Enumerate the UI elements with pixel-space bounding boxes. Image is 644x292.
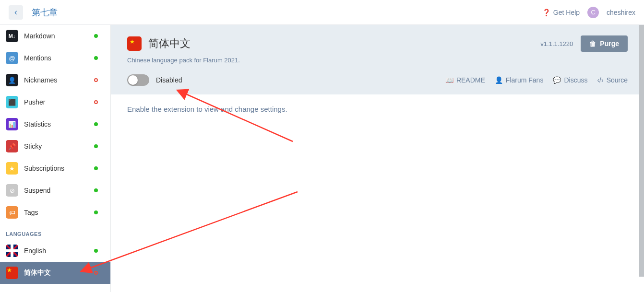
source-link[interactable]: ‹/› Source bbox=[597, 76, 628, 84]
status-enabled-icon bbox=[94, 56, 98, 60]
nicknames-icon: 👤 bbox=[6, 74, 18, 86]
link-label: README bbox=[456, 76, 485, 84]
toggle-state-label: Disabled bbox=[156, 76, 182, 84]
link-label: Flarum Fans bbox=[506, 76, 544, 84]
status-enabled-icon bbox=[94, 122, 98, 126]
avatar[interactable]: C bbox=[587, 7, 599, 18]
flag-uk-icon bbox=[6, 245, 18, 257]
chevron-left-icon: ‹ bbox=[14, 7, 17, 17]
book-icon: 📖 bbox=[445, 76, 453, 84]
discuss-link[interactable]: 💬 Discuss bbox=[553, 76, 587, 84]
pusher-icon: ⬛ bbox=[6, 96, 18, 108]
sidebar-item-label: Sticky bbox=[24, 142, 94, 150]
sidebar-item-subscriptions[interactable]: ★ Subscriptions bbox=[0, 157, 110, 179]
sidebar-item-english[interactable]: English bbox=[0, 240, 110, 262]
sidebar-item-label: English bbox=[24, 247, 94, 255]
sidebar-item-statistics[interactable]: 📊 Statistics bbox=[0, 113, 110, 135]
header-bar: ‹ 第七章 ❓ Get Help C cheshirex bbox=[0, 0, 644, 25]
breadcrumb-title[interactable]: 第七章 bbox=[32, 7, 58, 18]
status-disabled-icon bbox=[94, 100, 98, 104]
sidebar-item-label: Pusher bbox=[24, 98, 94, 106]
extension-version: v1.1.1.1220 bbox=[540, 40, 573, 47]
help-label: Get Help bbox=[553, 9, 580, 16]
comment-icon: 💬 bbox=[553, 76, 561, 84]
sidebar-item-mentions[interactable]: @ Mentions bbox=[0, 47, 110, 69]
link-label: Source bbox=[607, 76, 628, 84]
extension-description: Chinese language pack for Flarum 2021. bbox=[127, 57, 628, 64]
header-right: ❓ Get Help C cheshirex bbox=[542, 7, 635, 18]
scrollbar[interactable] bbox=[639, 25, 644, 277]
sidebar-item-label: Markdown bbox=[24, 32, 94, 40]
trash-icon: 🗑 bbox=[589, 40, 596, 47]
get-help-link[interactable]: ❓ Get Help bbox=[542, 9, 580, 16]
status-enabled-icon bbox=[94, 249, 98, 253]
main-content: 简体中文 v1.1.1.1220 🗑 Purge Chinese languag… bbox=[111, 25, 644, 292]
status-enabled-icon bbox=[94, 210, 98, 214]
status-disabled-icon bbox=[94, 271, 98, 275]
back-button[interactable]: ‹ bbox=[9, 5, 23, 20]
readme-link[interactable]: 📖 README bbox=[445, 76, 485, 84]
status-enabled-icon bbox=[94, 188, 98, 192]
flag-cn-icon bbox=[6, 267, 18, 279]
sidebar-item-nicknames[interactable]: 👤 Nicknames bbox=[0, 69, 110, 91]
extension-title: 简体中文 bbox=[148, 36, 191, 51]
status-enabled-icon bbox=[94, 166, 98, 170]
sidebar-item-sticky[interactable]: 📌 Sticky bbox=[0, 135, 110, 157]
username[interactable]: cheshirex bbox=[607, 9, 635, 16]
status-enabled-icon bbox=[94, 144, 98, 148]
sidebar-item-label: 简体中文 bbox=[24, 269, 94, 277]
sidebar-item-label: Statistics bbox=[24, 120, 94, 128]
status-enabled-icon bbox=[94, 34, 98, 38]
help-icon: ❓ bbox=[542, 9, 550, 16]
sidebar: M↓ Markdown @ Mentions 👤 Nicknames ⬛ Pus… bbox=[0, 25, 111, 292]
header-left: ‹ 第七章 bbox=[9, 5, 58, 20]
enable-message: Enable the extension to view and change … bbox=[111, 94, 644, 124]
sidebar-item-markdown[interactable]: M↓ Markdown bbox=[0, 25, 110, 47]
sidebar-item-tags[interactable]: 🏷 Tags bbox=[0, 201, 110, 223]
code-icon: ‹/› bbox=[597, 76, 603, 84]
section-header-languages: LANGUAGES bbox=[0, 223, 110, 240]
toggle-knob bbox=[128, 75, 138, 85]
sidebar-item-label: Subscriptions bbox=[24, 164, 94, 172]
markdown-icon: M↓ bbox=[6, 30, 18, 42]
sidebar-item-pusher[interactable]: ⬛ Pusher bbox=[0, 91, 110, 113]
mentions-icon: @ bbox=[6, 52, 18, 64]
tags-icon: 🏷 bbox=[6, 206, 18, 219]
purge-button[interactable]: 🗑 Purge bbox=[581, 35, 628, 52]
purge-label: Purge bbox=[600, 40, 619, 47]
sidebar-item-chinese[interactable]: 简体中文 bbox=[0, 262, 110, 284]
sticky-icon: 📌 bbox=[6, 140, 18, 152]
avatar-initial: C bbox=[591, 9, 595, 16]
sidebar-item-label: Nicknames bbox=[24, 76, 94, 84]
enable-toggle[interactable] bbox=[127, 74, 149, 86]
statistics-icon: 📊 bbox=[6, 118, 18, 130]
person-icon: 👤 bbox=[495, 76, 503, 84]
sidebar-item-label: Suspend bbox=[24, 187, 94, 194]
sidebar-item-label: Tags bbox=[24, 209, 94, 216]
sidebar-item-label: Mentions bbox=[24, 54, 94, 62]
suspend-icon: ⊘ bbox=[6, 184, 18, 197]
extension-header: 简体中文 v1.1.1.1220 🗑 Purge Chinese languag… bbox=[111, 25, 644, 94]
author-link[interactable]: 👤 Flarum Fans bbox=[495, 76, 544, 84]
subscriptions-icon: ★ bbox=[6, 162, 18, 175]
sidebar-item-suspend[interactable]: ⊘ Suspend bbox=[0, 179, 110, 201]
flag-cn-icon bbox=[127, 36, 142, 51]
link-label: Discuss bbox=[564, 76, 587, 84]
status-disabled-icon bbox=[94, 78, 98, 82]
